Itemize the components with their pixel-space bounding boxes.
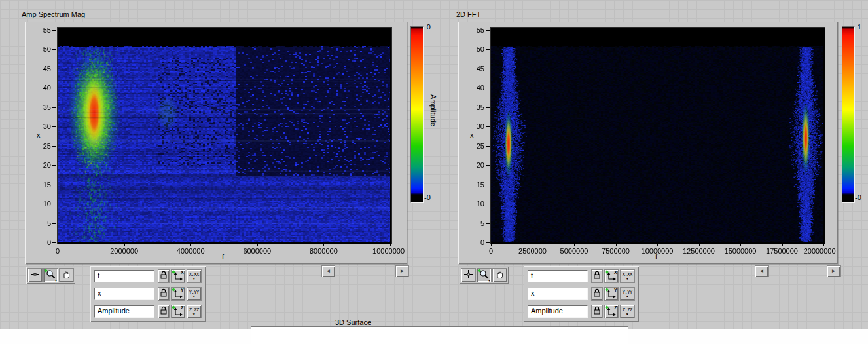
scale-legend-row: Amplitude Z Z.ZZ▼ [528, 305, 635, 318]
y-scale-name-field[interactable]: x [528, 288, 588, 300]
scale-legend-row: f X X.XX▼ [94, 269, 202, 283]
amp-spectrum-graph-title: Amp Spectrum Mag [22, 10, 85, 18]
lock-autoscale-x-button[interactable] [158, 269, 170, 283]
scale-legend-row: f X X.XX▼ [528, 269, 635, 283]
z-scale-name-field[interactable]: Amplitude [94, 305, 154, 318]
axis-letter: Z [181, 305, 183, 311]
axis-letter: X [181, 270, 184, 275]
z-scale-format-button[interactable]: Z.ZZ▼ [620, 305, 635, 318]
dropdown-caret-icon: ▼ [54, 279, 58, 282]
axis-letter: Y [181, 288, 184, 293]
lock-icon [592, 305, 601, 318]
axis-letter: Z [614, 305, 617, 311]
lock-autoscale-x-button[interactable] [591, 269, 604, 283]
arrow-right-icon: ► [400, 269, 405, 274]
autoscale-x-button[interactable]: X [171, 269, 185, 283]
fft-plot-area[interactable] [491, 28, 823, 242]
scroll-right-button[interactable]: ► [395, 265, 409, 277]
scroll-left-button[interactable]: ◄ [755, 265, 769, 277]
axis-letter: X [614, 270, 617, 275]
dropdown-caret-icon: ▼ [488, 279, 491, 282]
scale-legend-row: Amplitude Z Z.ZZ▼ [94, 305, 202, 318]
arrow-left-icon: ◄ [759, 269, 765, 274]
hand-icon [62, 269, 71, 282]
arrow-right-icon: ► [831, 269, 837, 274]
scroll-right-button[interactable]: ► [827, 265, 841, 277]
autoscale-z-button[interactable]: Z [604, 305, 618, 318]
x-axis-label: f [222, 253, 224, 261]
cursor-tool-button[interactable] [461, 268, 476, 282]
crosshair-icon [463, 269, 473, 282]
x-scale-name-field[interactable]: f [528, 270, 588, 282]
scale-legend: f X X.XX▼ x Y Y.YY▼ Amplitude Z Z.ZZ▼ [90, 266, 206, 322]
lock-icon [159, 305, 168, 318]
autoscale-x-button[interactable]: X [604, 269, 618, 283]
amp-spectrum-plot-frame [57, 27, 392, 244]
dropdown-caret-icon: ▼ [193, 295, 195, 298]
dropdown-caret-icon: ▼ [626, 295, 628, 298]
x-scale-name-field[interactable]: f [94, 270, 154, 282]
labview-front-panel: Amp Spectrum Mag x f -0 -0 Amplitude ▼ [0, 0, 868, 344]
hand-icon [495, 269, 505, 282]
autoscale-y-button[interactable]: Y [171, 287, 185, 301]
crosshair-icon [30, 269, 40, 282]
lock-icon [159, 288, 168, 300]
lock-autoscale-z-button[interactable] [158, 305, 170, 318]
lock-autoscale-z-button[interactable] [591, 305, 604, 318]
graph-palette: ▼ [26, 267, 75, 284]
y-axis-label: x [37, 131, 41, 139]
color-scale-max-label: -1 [855, 23, 861, 31]
zoom-tool-button[interactable]: ▼ [477, 268, 492, 282]
axis-letter: Y [614, 288, 617, 293]
z-scale-name-field[interactable]: Amplitude [528, 305, 588, 318]
dropdown-caret-icon: ▼ [626, 277, 628, 280]
pan-tool-button[interactable] [59, 268, 74, 282]
lock-autoscale-y-button[interactable] [158, 287, 170, 301]
color-scale-min-label: -0 [855, 193, 861, 201]
color-scale-axis-label: Amplitude [429, 94, 437, 126]
x-scale-format-button[interactable]: X.XX▼ [187, 269, 202, 283]
dropdown-caret-icon: ▼ [193, 313, 195, 316]
scale-legend-row: x Y Y.YY▼ [94, 287, 202, 301]
dropdown-caret-icon: ▼ [626, 313, 628, 316]
scale-legend-row: x Y Y.YY▼ [528, 287, 635, 301]
scale-legend: f X X.XX▼ x Y Y.YY▼ Amplitude Z Z.ZZ▼ [524, 266, 639, 322]
dropdown-caret-icon: ▼ [193, 277, 195, 280]
x-axis-label: f [655, 253, 657, 261]
z-scale-format-button[interactable]: Z.ZZ▼ [187, 305, 202, 318]
y-axis-label: x [470, 131, 474, 139]
lock-autoscale-y-button[interactable] [591, 287, 604, 301]
zoom-tool-button[interactable]: ▼ [43, 268, 58, 282]
color-scale-min-label: -0 [424, 193, 431, 201]
x-scale-format-button[interactable]: X.XX▼ [620, 269, 635, 283]
lock-icon [159, 270, 168, 282]
surface-graph-top-edge [251, 326, 628, 344]
y-scale-name-field[interactable]: x [94, 288, 154, 300]
autoscale-z-button[interactable]: Z [171, 305, 185, 318]
cursor-tool-button[interactable] [27, 268, 43, 282]
y-scale-format-button[interactable]: Y.YY▼ [187, 287, 202, 301]
fft-graph-title: 2D FFT [456, 10, 480, 18]
amplitude-color-scale [410, 26, 424, 203]
surface-graph-title: 3D Surface [335, 318, 371, 326]
y-scale-format-button[interactable]: Y.YY▼ [620, 287, 635, 301]
lock-icon [592, 270, 601, 282]
lock-icon [592, 288, 601, 300]
scroll-left-button[interactable]: ◄ [321, 265, 335, 277]
arrow-left-icon: ◄ [326, 269, 331, 274]
color-scale-max-label: -0 [424, 23, 431, 31]
fft-color-scale [842, 26, 855, 203]
fft-plot-frame [490, 27, 825, 244]
graph-palette: ▼ [460, 267, 509, 284]
amp-spectrum-plot-area[interactable] [58, 28, 390, 242]
autoscale-y-button[interactable]: Y [604, 287, 618, 301]
pan-tool-button[interactable] [492, 268, 507, 282]
